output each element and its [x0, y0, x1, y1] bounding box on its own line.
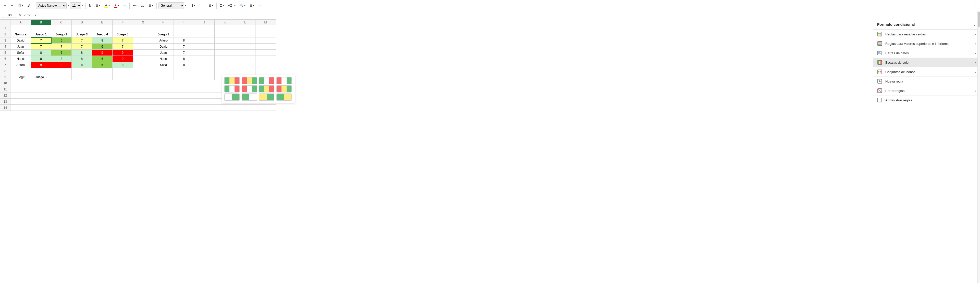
- cell-A5[interactable]: Sofia: [11, 50, 31, 56]
- cell-F8[interactable]: [113, 68, 133, 74]
- cell-J9[interactable]: [194, 74, 215, 80]
- col-header-A[interactable]: A: [11, 20, 31, 25]
- panel-item-manage-rules[interactable]: Administrar reglas: [873, 95, 980, 105]
- cell-K7[interactable]: [215, 62, 235, 68]
- cell-F5[interactable]: 9: [113, 50, 133, 56]
- col-header-B[interactable]: B: [31, 20, 51, 25]
- cell-E7[interactable]: 6: [92, 62, 113, 68]
- cell-H5[interactable]: Juan: [153, 50, 174, 56]
- find-button[interactable]: 🔍 ▾: [238, 3, 247, 8]
- cell-J6[interactable]: [194, 56, 215, 62]
- cell-I3[interactable]: 8: [174, 38, 194, 44]
- cell-D8[interactable]: [72, 68, 92, 74]
- cell-D9[interactable]: [72, 74, 92, 80]
- color-scale-12[interactable]: [277, 93, 292, 101]
- panel-item-new-rule[interactable]: Nueva regla: [873, 77, 980, 86]
- cell-M4[interactable]: [256, 44, 276, 50]
- cell-E1[interactable]: [92, 25, 113, 31]
- col-header-E[interactable]: E: [92, 20, 113, 25]
- cell-B6[interactable]: 8: [31, 56, 51, 62]
- cell-E9[interactable]: [92, 74, 113, 80]
- cell-F4[interactable]: 7: [113, 44, 133, 50]
- cell-K2[interactable]: [215, 31, 235, 38]
- cell-B9[interactable]: Juego 3: [31, 74, 51, 80]
- font-select[interactable]: Aptos Narrow ...: [36, 2, 67, 9]
- cell-B7[interactable]: 9: [31, 62, 51, 68]
- cell-K8[interactable]: [215, 68, 235, 74]
- cell-G9[interactable]: [133, 74, 153, 80]
- cell-L8[interactable]: [235, 68, 256, 74]
- cell-M6[interactable]: [256, 56, 276, 62]
- color-scale-11[interactable]: [259, 93, 274, 101]
- spreadsheet[interactable]: A B C D E F G H I J K L M 1: [0, 19, 873, 283]
- col-header-D[interactable]: D: [72, 20, 92, 25]
- cell-C2[interactable]: Juego 2: [51, 31, 72, 38]
- cell-J3[interactable]: [194, 38, 215, 44]
- cell-I8[interactable]: [174, 68, 194, 74]
- cell-D6[interactable]: 8: [72, 56, 92, 62]
- cell-K3[interactable]: [215, 38, 235, 44]
- cell-C4[interactable]: 7: [51, 44, 72, 50]
- cell-K6[interactable]: [215, 56, 235, 62]
- cell-I7[interactable]: 8: [174, 62, 194, 68]
- cell-C5[interactable]: 6: [51, 50, 72, 56]
- color-scale-7[interactable]: [259, 85, 274, 92]
- col-header-G[interactable]: G: [133, 20, 153, 25]
- confirm-formula-icon[interactable]: ✓: [23, 13, 26, 17]
- cell-reference-input[interactable]: [2, 13, 18, 18]
- cell-D7[interactable]: 8: [72, 62, 92, 68]
- cell-K5[interactable]: [215, 50, 235, 56]
- col-header-F[interactable]: F: [113, 20, 133, 25]
- collapse-button[interactable]: ⌄: [972, 3, 978, 8]
- panel-item-data-bars[interactable]: Barras de datos ›: [873, 48, 980, 58]
- more-button2[interactable]: ···: [257, 3, 262, 8]
- cell-G6[interactable]: [133, 56, 153, 62]
- cell-F2[interactable]: Juego 5: [113, 31, 133, 38]
- cell-C8[interactable]: [51, 68, 72, 74]
- cell-G7[interactable]: [133, 62, 153, 68]
- cell-F3[interactable]: 7: [113, 38, 133, 44]
- cell-G5[interactable]: [133, 50, 153, 56]
- cell-G3[interactable]: [133, 38, 153, 44]
- cell-B5[interactable]: 8: [31, 50, 51, 56]
- cell-C1[interactable]: [51, 25, 72, 31]
- cell-E6[interactable]: 6: [92, 56, 113, 62]
- cell-E3[interactable]: 8: [92, 38, 113, 44]
- align-button[interactable]: ≡ ▾: [131, 3, 138, 8]
- paint-button[interactable]: 🖌: [26, 3, 32, 8]
- cell-M1[interactable]: [256, 25, 276, 31]
- col-header-C[interactable]: C: [51, 20, 72, 25]
- cell-B2[interactable]: Juego 1: [31, 31, 51, 38]
- panel-close-icon[interactable]: ⌄: [973, 22, 976, 27]
- cell-D2[interactable]: Juego 3: [72, 31, 92, 38]
- cell-L1[interactable]: [235, 25, 256, 31]
- panel-item-color-scales[interactable]: Escalas de color ›: [873, 58, 980, 67]
- fill-color-button[interactable]: A ▾: [103, 2, 111, 9]
- color-scale-8[interactable]: [277, 85, 292, 92]
- more-format-button[interactable]: ···: [122, 3, 127, 8]
- table-style-button[interactable]: ⊞ ▾: [207, 3, 215, 8]
- cell-B1[interactable]: [31, 25, 51, 31]
- dec-places-button[interactable]: ⇆: [198, 3, 203, 8]
- color-scale-1[interactable]: [224, 77, 240, 84]
- dollar-button[interactable]: $ ▾: [190, 3, 197, 8]
- cell-F1[interactable]: [113, 25, 133, 31]
- cell-G1[interactable]: [133, 25, 153, 31]
- cell-M7[interactable]: [256, 62, 276, 68]
- cell-J7[interactable]: [194, 62, 215, 68]
- cell-I5[interactable]: 7: [174, 50, 194, 56]
- cell-E2[interactable]: Juego 4: [92, 31, 113, 38]
- cell-I1[interactable]: [174, 25, 194, 31]
- panel-item-highlight-cells[interactable]: Reglas para resaltar celdas ›: [873, 30, 980, 39]
- panel-item-top-bottom[interactable]: Reglas para valores superiores e inferio…: [873, 39, 980, 48]
- cell-J4[interactable]: [194, 44, 215, 50]
- number-format-select[interactable]: General: [159, 2, 184, 9]
- bold-button[interactable]: N: [87, 2, 93, 9]
- col-header-J[interactable]: J: [194, 20, 215, 25]
- cell-L5[interactable]: [235, 50, 256, 56]
- formula-input[interactable]: [33, 13, 978, 17]
- merge-button[interactable]: ⊟ ▾: [147, 3, 155, 8]
- cell-G2[interactable]: [133, 31, 153, 38]
- col-header-I[interactable]: I: [174, 20, 194, 25]
- cell-H7[interactable]: Sofia: [153, 62, 174, 68]
